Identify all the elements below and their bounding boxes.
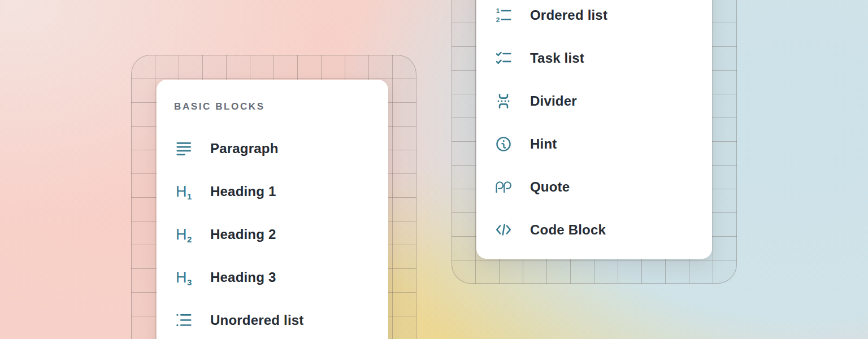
paragraph-icon bbox=[175, 140, 192, 157]
block-item-paragraph[interactable]: Paragraph bbox=[157, 127, 388, 170]
block-item-ordered-list[interactable]: 12Ordered list bbox=[476, 0, 712, 37]
heading-3-icon: H3 bbox=[175, 269, 192, 286]
task-list-icon bbox=[495, 50, 512, 67]
heading-2-icon: H2 bbox=[175, 226, 192, 243]
more-blocks-list: 12Ordered listTask listDividerHintQuoteC… bbox=[476, 0, 712, 251]
ordered-list-icon: 12 bbox=[495, 7, 512, 24]
block-item-task-list[interactable]: Task list bbox=[476, 37, 712, 80]
block-item-divider[interactable]: Divider bbox=[476, 80, 712, 123]
block-item-label: Heading 1 bbox=[210, 184, 276, 199]
block-item-hint[interactable]: Hint bbox=[476, 123, 712, 166]
basic-blocks-card: BASIC BLOCKS ParagraphH1Heading 1H2Headi… bbox=[157, 80, 388, 339]
block-item-label: Divider bbox=[530, 93, 577, 109]
quote-icon bbox=[495, 179, 512, 195]
hint-icon bbox=[495, 136, 512, 153]
block-item-label: Heading 2 bbox=[210, 227, 276, 242]
svg-text:2: 2 bbox=[496, 16, 500, 23]
block-item-label: Ordered list bbox=[530, 7, 607, 23]
block-item-label: Task list bbox=[530, 50, 584, 66]
block-item-heading-3[interactable]: H3Heading 3 bbox=[157, 256, 388, 299]
divider-icon bbox=[495, 93, 512, 110]
block-item-label: Paragraph bbox=[210, 141, 279, 157]
block-item-heading-1[interactable]: H1Heading 1 bbox=[157, 170, 388, 213]
heading-1-icon: H1 bbox=[175, 183, 192, 200]
block-item-label: Hint bbox=[530, 136, 557, 152]
section-label-basic-blocks: BASIC BLOCKS bbox=[174, 101, 388, 112]
block-item-quote[interactable]: Quote bbox=[476, 166, 712, 208]
block-item-label: Code Block bbox=[530, 222, 606, 238]
unordered-list-icon bbox=[175, 312, 192, 329]
basic-blocks-list: ParagraphH1Heading 1H2Heading 2H3Heading… bbox=[157, 127, 388, 339]
code-block-icon bbox=[495, 221, 512, 238]
block-item-label: Quote bbox=[530, 179, 570, 195]
block-item-code-block[interactable]: Code Block bbox=[476, 208, 712, 251]
more-blocks-card: 12Ordered listTask listDividerHintQuoteC… bbox=[476, 0, 712, 259]
block-item-heading-2[interactable]: H2Heading 2 bbox=[157, 213, 388, 256]
block-item-unordered-list[interactable]: Unordered list bbox=[157, 299, 388, 339]
block-item-label: Unordered list bbox=[210, 312, 304, 328]
svg-text:1: 1 bbox=[496, 7, 500, 14]
block-item-label: Heading 3 bbox=[210, 270, 276, 285]
